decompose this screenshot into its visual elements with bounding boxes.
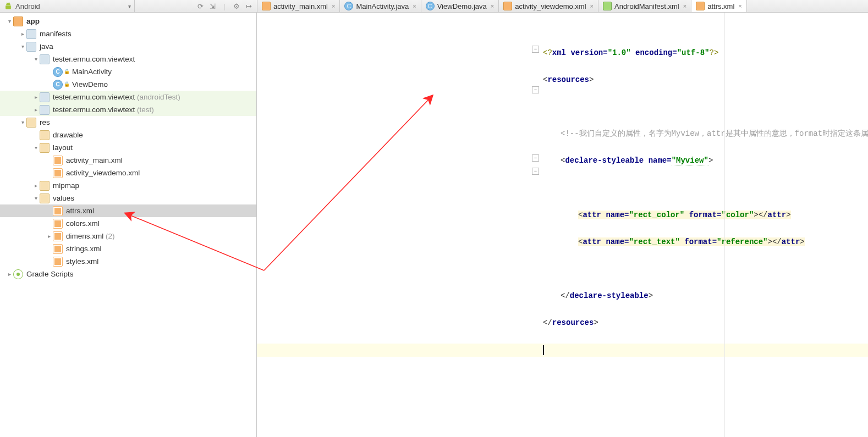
tree-label: manifests	[40, 27, 72, 40]
chevron-down-icon: ▾	[32, 141, 40, 154]
tree-label: MainActivity	[72, 65, 112, 78]
top-toolbar: Android ▾ ⟳ ⇲ | ⚙ ↦ activity_main.xml × …	[0, 0, 868, 13]
tree-leaf-attrs[interactable]: attrs.xml	[0, 204, 256, 217]
sync-icon[interactable]: ⟳	[195, 1, 205, 11]
tree-node-app[interactable]: ▾app	[0, 15, 256, 27]
tree-label: values	[53, 192, 74, 204]
tree-label: tester.ermu.com.viewtext (androidTest)	[53, 91, 180, 103]
chevron-right-icon: ▸	[19, 27, 26, 40]
tree-leaf-colors[interactable]: colors.xml	[0, 217, 256, 230]
tree-node-manifests[interactable]: ▸manifests	[0, 27, 256, 40]
tree-node-pkg-androidtest[interactable]: ▸tester.ermu.com.viewtext (androidTest)	[0, 91, 256, 103]
tree-label: activity_main.xml	[66, 154, 123, 167]
tab-activity-main[interactable]: activity_main.xml ×	[257, 0, 340, 12]
package-icon	[40, 105, 50, 115]
xml-file-icon	[53, 231, 63, 241]
tab-label: ViewDemo.java	[437, 2, 487, 10]
project-tree[interactable]: ▾app ▸manifests ▾java ▾tester.ermu.com.v…	[0, 13, 257, 437]
collapse-icon[interactable]: ⇲	[207, 1, 217, 11]
package-icon	[40, 92, 50, 102]
tab-label: activity_main.xml	[273, 2, 328, 10]
tab-label: activity_viewdemo.xml	[515, 2, 586, 10]
tab-manifest[interactable]: AndroidManifest.xml ×	[598, 0, 691, 12]
tree-node-res[interactable]: ▾res	[0, 116, 256, 129]
tree-label: strings.xml	[66, 242, 102, 255]
java-file-icon: C	[426, 2, 435, 10]
tree-label: tester.ermu.com.viewtext (test)	[53, 103, 154, 116]
tree-leaf-layout-main[interactable]: activity_main.xml	[0, 154, 256, 167]
tab-label: attrs.xml	[707, 2, 734, 10]
tree-label: colors.xml	[66, 217, 100, 230]
chevron-down-icon: ▾	[32, 192, 40, 204]
tree-node-java[interactable]: ▾java	[0, 40, 256, 53]
tree-label: styles.xml	[66, 255, 98, 268]
code-content: <?xml version="1.0" encoding="utf-8"?> <…	[257, 13, 868, 384]
tree-node-drawable[interactable]: drawable	[0, 129, 256, 141]
project-toolbar-icons: ⟳ ⇲ | ⚙ ↦	[135, 0, 257, 12]
tree-node-gradle[interactable]: ▸Gradle Scripts	[0, 268, 256, 280]
class-icon: C	[53, 67, 63, 77]
xml-file-icon	[53, 156, 63, 165]
tree-label: layout	[53, 141, 73, 154]
tree-label: activity_viewdemo.xml	[66, 167, 140, 179]
xml-file-icon	[262, 2, 271, 10]
java-file-icon: C	[344, 2, 353, 10]
tree-node-layout[interactable]: ▾layout	[0, 141, 256, 154]
tab-activity-viewdemo[interactable]: activity_viewdemo.xml ×	[499, 0, 598, 12]
divider: |	[219, 1, 229, 11]
xml-file-icon	[696, 2, 705, 10]
tree-label: drawable	[53, 129, 83, 141]
tab-label: AndroidManifest.xml	[614, 2, 679, 10]
tree-label: java	[40, 40, 53, 53]
class-icon: C	[53, 80, 63, 90]
tab-attrs[interactable]: attrs.xml ×	[691, 0, 747, 12]
tree-label: mipmap	[53, 179, 79, 192]
chevron-right-icon: ▸	[32, 179, 40, 192]
xml-file-icon	[503, 2, 512, 10]
tree-leaf-viewdemo[interactable]: C🔒ViewDemo	[0, 78, 256, 91]
tab-main-activity[interactable]: C MainActivity.java ×	[340, 0, 421, 12]
pin-icon[interactable]: ↦	[244, 1, 254, 11]
close-icon[interactable]: ×	[491, 3, 494, 9]
tree-label: res	[40, 116, 50, 129]
chevron-down-icon: ▾	[32, 53, 40, 65]
close-icon[interactable]: ×	[683, 3, 686, 9]
tree-leaf-mainactivity[interactable]: C🔒MainActivity	[0, 65, 256, 78]
tree-node-pkg-test[interactable]: ▸tester.ermu.com.viewtext (test)	[0, 103, 256, 116]
gradle-icon	[13, 269, 23, 279]
tree-leaf-strings[interactable]: strings.xml	[0, 242, 256, 255]
tab-label: MainActivity.java	[356, 2, 409, 10]
manifest-file-icon	[603, 2, 612, 10]
folder-icon	[26, 42, 36, 52]
gear-icon[interactable]: ⚙	[232, 1, 241, 11]
res-folder-icon	[26, 118, 36, 128]
close-icon[interactable]: ×	[738, 3, 741, 9]
editor-tabs: activity_main.xml × C MainActivity.java …	[257, 0, 868, 12]
tree-label: ViewDemo	[72, 78, 108, 91]
xml-file-icon	[53, 168, 63, 178]
chevron-right-icon: ▸	[32, 91, 40, 103]
tree-node-values[interactable]: ▾values	[0, 192, 256, 204]
close-icon[interactable]: ×	[413, 3, 416, 9]
tree-node-mipmap[interactable]: ▸mipmap	[0, 179, 256, 192]
folder-icon	[40, 193, 50, 203]
lock-icon: 🔒	[64, 78, 70, 91]
xml-file-icon	[53, 219, 63, 229]
chevron-right-icon: ▸	[45, 230, 53, 242]
chevron-down-icon: ▾	[19, 40, 26, 53]
chevron-down-icon: ▾	[128, 3, 131, 9]
code-editor[interactable]: − − − − <?xml version="1.0" encoding="ut…	[257, 13, 868, 437]
close-icon[interactable]: ×	[590, 3, 594, 9]
tree-leaf-layout-viewdemo[interactable]: activity_viewdemo.xml	[0, 167, 256, 179]
lock-icon: 🔒	[64, 65, 70, 78]
module-icon	[13, 16, 23, 26]
tree-node-pkg-main[interactable]: ▾tester.ermu.com.viewtext	[0, 53, 256, 65]
folder-icon	[40, 181, 50, 191]
tree-leaf-styles[interactable]: styles.xml	[0, 255, 256, 268]
chevron-right-icon: ▸	[32, 103, 40, 116]
tree-node-dimens[interactable]: ▸dimens.xml (2)	[0, 230, 256, 242]
close-icon[interactable]: ×	[332, 3, 335, 9]
tab-view-demo[interactable]: C ViewDemo.java ×	[421, 0, 499, 12]
module-selector[interactable]: Android ▾	[0, 0, 135, 12]
xml-file-icon	[53, 257, 63, 267]
